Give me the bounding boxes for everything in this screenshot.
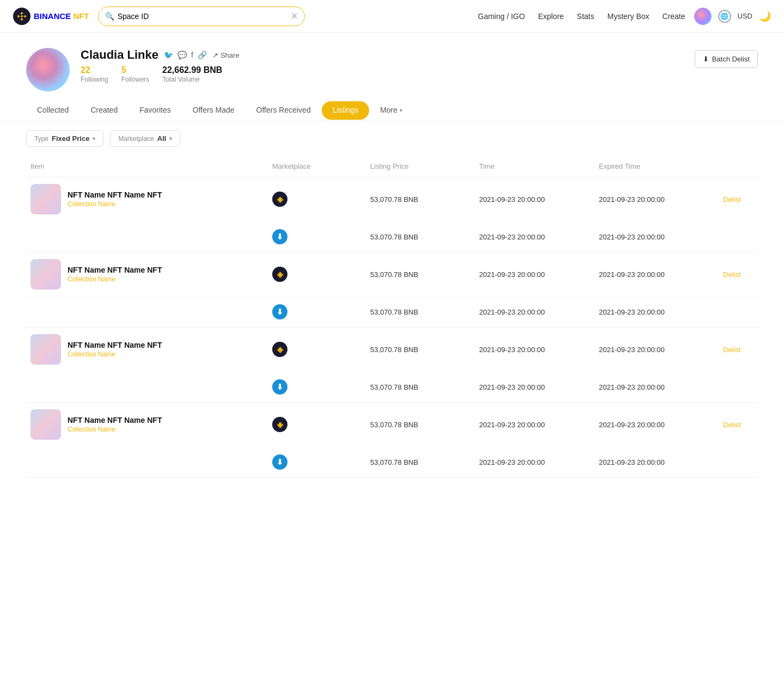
tab-more[interactable]: More ▾ xyxy=(369,100,413,121)
discord-icon[interactable]: 💬 xyxy=(177,51,187,59)
nft-name-2: NFT Name NFT Name NFT xyxy=(68,266,162,274)
nav-links: Gaming / IGO Explore Stats Mystery Box C… xyxy=(478,12,685,21)
nft-item-4: NFT Name NFT Name NFT Collection Name xyxy=(26,409,268,440)
nft-group-4: NFT Name NFT Name NFT Collection Name ◈ … xyxy=(26,403,758,478)
mp-cell-4-0: ◈ xyxy=(268,415,366,434)
currency-selector[interactable]: USD xyxy=(738,12,752,20)
batch-delist-icon: ⬇ xyxy=(703,55,709,63)
search-clear-icon[interactable]: ✕ xyxy=(291,11,298,21)
time-1-1: 2021-09-23 20:00:00 xyxy=(475,231,595,243)
expired-1-0: 2021-09-23 20:00:00 xyxy=(595,193,714,206)
share-button[interactable]: ↗ Share xyxy=(212,51,240,59)
expired-2-1: 2021-09-23 20:00:00 xyxy=(595,306,714,318)
time-4-1: 2021-09-23 20:00:00 xyxy=(475,456,595,469)
volume-stat: 22,662.99 BNB Total Volume xyxy=(162,65,222,83)
col-expired-time: Expired Time xyxy=(595,160,714,173)
nav-mystery-box[interactable]: Mystery Box xyxy=(608,12,650,21)
blue-marketplace-icon-4: ⬇ xyxy=(272,454,287,470)
mp-cell-1-1: ⬇ xyxy=(268,227,366,247)
expired-4-0: 2021-09-23 20:00:00 xyxy=(595,419,714,431)
profile-social: 🐦 💬 f 🔗 xyxy=(164,51,207,59)
profile-info: Claudia Linke 🐦 💬 f 🔗 ↗ Share 22 Followi… xyxy=(81,48,684,83)
delist-button-1-0[interactable]: Delist xyxy=(719,193,745,206)
nft-collection-2[interactable]: Collection Name xyxy=(68,275,162,283)
action-2-0: Delist xyxy=(714,268,758,281)
tab-created[interactable]: Created xyxy=(79,100,128,121)
profile-actions: ⬇ Batch Delist xyxy=(695,48,758,68)
nft-row-2-sub: ⬇ 53,070.78 BNB 2021-09-23 20:00:00 2021… xyxy=(26,296,758,327)
nft-thumbnail-1 xyxy=(30,184,61,214)
tab-listings[interactable]: Listings xyxy=(322,101,369,120)
search-input[interactable] xyxy=(118,12,291,21)
blue-marketplace-icon-1: ⬇ xyxy=(272,229,287,244)
price-1-0: 53,070.78 BNB xyxy=(366,193,475,206)
expired-1-1: 2021-09-23 20:00:00 xyxy=(595,231,714,243)
type-filter-value: Fixed Price xyxy=(52,134,89,143)
nft-collection-3[interactable]: Collection Name xyxy=(68,350,162,358)
nft-name-1: NFT Name NFT Name NFT xyxy=(68,190,162,199)
binance-marketplace-icon-4: ◈ xyxy=(272,417,287,432)
tab-offers-made[interactable]: Offers Made xyxy=(182,100,246,121)
blue-marketplace-icon-3: ⬇ xyxy=(272,379,287,395)
price-4-0: 53,070.78 BNB xyxy=(366,419,475,431)
type-chevron-icon: ▾ xyxy=(93,136,95,141)
tabs-section: Collected Created Favorites Offers Made … xyxy=(0,91,784,121)
batch-delist-button[interactable]: ⬇ Batch Delist xyxy=(695,50,758,68)
time-2-1: 2021-09-23 20:00:00 xyxy=(475,306,595,318)
col-item: Item xyxy=(26,160,268,173)
delist-button-4-0[interactable]: Delist xyxy=(719,419,745,431)
avatar-image xyxy=(694,8,712,25)
action-4-1 xyxy=(714,460,758,464)
language-selector[interactable]: 🌐 xyxy=(718,10,731,23)
nav-create[interactable]: Create xyxy=(663,12,685,21)
nav-gaming-igo[interactable]: Gaming / IGO xyxy=(478,12,525,21)
col-marketplace: Marketplace xyxy=(268,160,366,173)
action-3-0: Delist xyxy=(714,343,758,356)
mp-cell-1-0: ◈ xyxy=(268,189,366,209)
facebook-icon[interactable]: f xyxy=(191,51,193,59)
action-2-1 xyxy=(714,310,758,314)
marketplace-filter[interactable]: Marketplace All ▾ xyxy=(110,130,180,147)
time-3-0: 2021-09-23 20:00:00 xyxy=(475,343,595,356)
following-stat: 22 Following xyxy=(81,65,108,83)
profile-name: Claudia Linke xyxy=(81,48,158,62)
price-4-1: 53,070.78 BNB xyxy=(366,456,475,469)
marketplace-filter-label: Marketplace xyxy=(118,135,154,143)
action-1-1 xyxy=(714,235,758,239)
price-3-0: 53,070.78 BNB xyxy=(366,343,475,356)
nft-group-3: NFT Name NFT Name NFT Collection Name ◈ … xyxy=(26,328,758,403)
share-label: Share xyxy=(220,51,240,59)
mp-cell-2-1: ⬇ xyxy=(268,302,366,322)
tab-favorites[interactable]: Favorites xyxy=(128,100,182,121)
time-1-0: 2021-09-23 20:00:00 xyxy=(475,193,595,206)
price-1-1: 53,070.78 BNB xyxy=(366,231,475,243)
type-filter[interactable]: Type Fixed Price ▾ xyxy=(26,130,103,147)
link-icon[interactable]: 🔗 xyxy=(198,51,207,59)
nft-collection-4[interactable]: Collection Name xyxy=(68,426,162,433)
theme-toggle[interactable]: 🌙 xyxy=(759,10,771,22)
delist-button-2-0[interactable]: Delist xyxy=(719,268,745,281)
mp-cell-2-0: ◈ xyxy=(268,264,366,284)
nft-row-1-sub: ⬇ 53,070.78 BNB 2021-09-23 20:00:00 2021… xyxy=(26,221,758,252)
nav-stats[interactable]: Stats xyxy=(577,12,595,21)
action-4-0: Delist xyxy=(714,419,758,431)
nft-thumbnail-3 xyxy=(30,334,61,365)
price-2-1: 53,070.78 BNB xyxy=(366,306,475,318)
time-4-0: 2021-09-23 20:00:00 xyxy=(475,419,595,431)
delist-button-3-0[interactable]: Delist xyxy=(719,343,745,356)
mp-cell-3-0: ◈ xyxy=(268,340,366,359)
nft-collection-1[interactable]: Collection Name xyxy=(68,200,162,208)
expired-2-0: 2021-09-23 20:00:00 xyxy=(595,268,714,281)
action-1-0: Delist xyxy=(714,193,758,206)
tab-collected[interactable]: Collected xyxy=(26,100,79,121)
type-filter-label: Type xyxy=(34,135,48,143)
avatar[interactable] xyxy=(694,8,712,25)
tab-offers-received[interactable]: Offers Received xyxy=(246,100,322,121)
twitter-icon[interactable]: 🐦 xyxy=(164,51,173,59)
expired-3-0: 2021-09-23 20:00:00 xyxy=(595,343,714,356)
logo[interactable]: BINANCE NFT xyxy=(13,8,89,25)
nft-name-4: NFT Name NFT Name NFT xyxy=(68,416,162,424)
nft-item-3: NFT Name NFT Name NFT Collection Name xyxy=(26,334,268,365)
search-icon: 🔍 xyxy=(105,12,114,21)
nav-explore[interactable]: Explore xyxy=(538,12,564,21)
